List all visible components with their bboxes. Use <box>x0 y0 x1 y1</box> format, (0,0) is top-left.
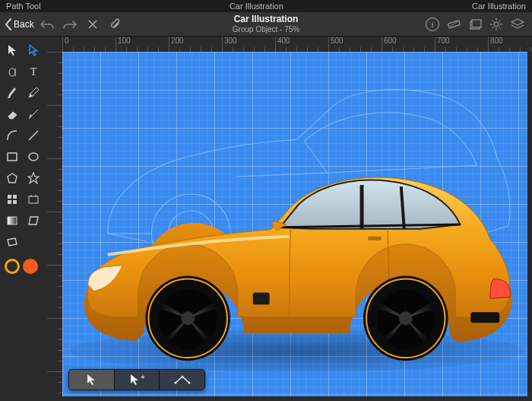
rear-vent <box>470 312 499 323</box>
ruler-h-tick: 100 <box>116 37 131 52</box>
svg-rect-0 <box>448 20 460 27</box>
grid-tool[interactable] <box>3 190 21 208</box>
attachment-button[interactable] <box>106 14 125 34</box>
settings-button[interactable] <box>486 14 506 34</box>
svg-rect-6 <box>8 153 17 161</box>
svg-rect-11 <box>13 195 17 199</box>
svg-rect-12 <box>8 200 11 204</box>
text-tool[interactable]: T <box>24 62 43 81</box>
color-swatches <box>3 259 44 274</box>
tool-palette: T <box>0 37 47 401</box>
document-title: Car Illustration <box>233 14 299 24</box>
info-icon: i <box>426 18 439 31</box>
document-subtitle: Group Object - 75% <box>233 25 299 33</box>
path-option-select[interactable] <box>69 370 115 390</box>
ruler-h-tick: 400 <box>275 37 290 52</box>
fill-color-swatch[interactable] <box>23 259 38 274</box>
work-area: 0100200300400500600700800 <box>47 37 532 401</box>
toolbar-title-block: Car Illustration Group Object - 75% <box>233 14 299 33</box>
svg-marker-16 <box>29 217 38 224</box>
selection-tool[interactable] <box>3 41 21 59</box>
gradient-tool[interactable] <box>3 212 21 230</box>
door-handle <box>368 237 382 240</box>
svg-text:+: + <box>141 374 144 381</box>
side-vent <box>253 292 270 304</box>
svg-point-7 <box>29 153 38 161</box>
line-tool[interactable] <box>24 126 43 145</box>
back-label: Back <box>14 19 34 30</box>
rectangle-tool[interactable] <box>3 148 21 166</box>
shear-tool[interactable] <box>3 233 21 251</box>
svg-marker-9 <box>28 173 39 183</box>
tool-a[interactable] <box>3 62 21 81</box>
artboard-tool[interactable] <box>24 190 43 208</box>
knife-tool[interactable] <box>24 105 43 123</box>
direct-selection-tool[interactable] <box>24 41 43 59</box>
pencil-tool[interactable] <box>24 84 43 102</box>
svg-rect-10 <box>8 195 11 199</box>
empty-tool-slot <box>24 233 43 251</box>
svg-point-3 <box>494 22 499 27</box>
svg-rect-14 <box>29 196 38 203</box>
ruler-h-tick: 800 <box>488 37 503 52</box>
redo-button[interactable] <box>60 14 80 34</box>
svg-point-32 <box>181 376 183 378</box>
svg-point-31 <box>174 382 176 384</box>
svg-rect-15 <box>8 217 17 224</box>
svg-point-33 <box>188 382 190 384</box>
path-option-add-point[interactable]: + <box>115 370 160 390</box>
svg-point-29 <box>399 311 413 325</box>
main-toolbar: Back Car Illustration Group Object - 75%… <box>0 12 532 37</box>
arc-tool[interactable] <box>3 126 21 145</box>
front-wheel <box>145 276 230 361</box>
ruler-corner <box>47 37 62 52</box>
svg-text:T: T <box>30 65 36 78</box>
path-option-convert[interactable] <box>160 370 204 390</box>
close-button[interactable] <box>83 14 103 34</box>
ruler-horizontal[interactable]: 0100200300400500600700800 <box>62 37 532 52</box>
ruler-vertical[interactable] <box>47 52 62 401</box>
current-tool-label: Path Tool <box>6 2 41 11</box>
brush-tool[interactable] <box>3 84 21 102</box>
status-bar: Path Tool Car Illustration Car Illustrat… <box>0 0 532 12</box>
back-button[interactable]: Back <box>5 18 34 30</box>
svg-rect-2 <box>472 20 481 27</box>
ruler-h-tick: 200 <box>169 37 184 52</box>
car-illustration[interactable] <box>62 52 527 396</box>
skew-tool[interactable] <box>24 212 43 230</box>
canvas[interactable] <box>62 52 527 396</box>
ruler-h-tick: 300 <box>222 37 237 52</box>
svg-rect-13 <box>13 200 17 204</box>
layers-button[interactable] <box>508 14 527 34</box>
measure-button[interactable] <box>444 14 464 34</box>
ruler-h-tick: 600 <box>382 37 397 52</box>
ellipse-tool[interactable] <box>24 148 43 166</box>
document-title-center: Car Illustration <box>230 2 283 11</box>
star-tool[interactable] <box>24 169 43 187</box>
artboard-button[interactable] <box>465 14 485 34</box>
svg-point-25 <box>181 311 195 325</box>
path-tool-options-bar: + <box>68 369 205 390</box>
ruler-h-tick: 0 <box>62 37 69 52</box>
svg-marker-17 <box>8 238 17 246</box>
ruler-h-tick: 700 <box>435 37 450 52</box>
svg-marker-8 <box>8 173 17 183</box>
eraser-tool[interactable] <box>3 105 21 123</box>
info-button[interactable]: i <box>423 14 442 34</box>
ruler-h-tick: 500 <box>328 37 344 52</box>
undo-button[interactable] <box>37 14 57 34</box>
stroke-color-swatch[interactable] <box>5 259 20 274</box>
polygon-tool[interactable] <box>3 169 21 187</box>
svg-point-4 <box>9 68 15 76</box>
document-title-right: Car Illustration <box>472 2 526 11</box>
rear-wheel <box>363 276 448 361</box>
